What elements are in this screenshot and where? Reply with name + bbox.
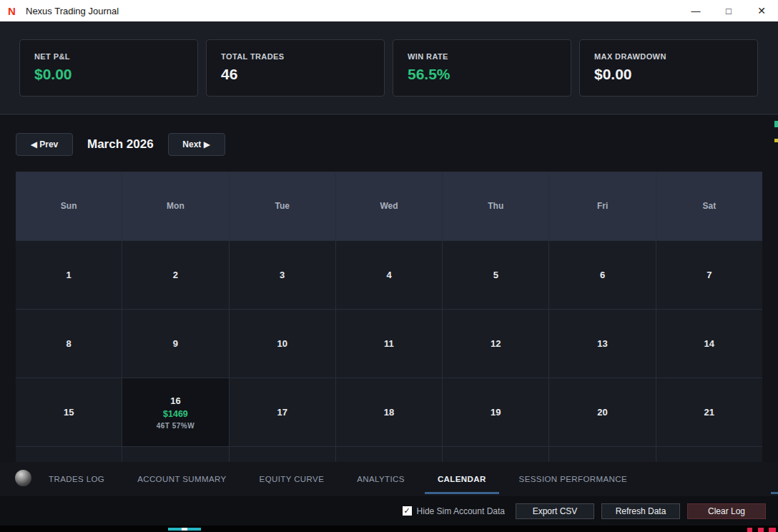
edge-artifact-yellow [774, 139, 778, 142]
next-month-button[interactable]: Next ▶ [168, 133, 225, 156]
stat-value: 46 [221, 66, 370, 83]
calendar-cell-clipped[interactable] [549, 447, 655, 462]
calendar-cell[interactable]: 14 [656, 310, 762, 378]
cell-date: 1 [67, 270, 72, 280]
calendar-cell-day16[interactable]: 16 $1469 46T 57%W [122, 378, 228, 446]
day-header-thu: Thu [443, 172, 548, 240]
stat-label: WIN RATE [408, 52, 556, 61]
minimize-button[interactable]: — [679, 0, 712, 21]
stats-section: NET P&L $0.00 TOTAL TRADES 46 WIN RATE 5… [0, 21, 778, 114]
calendar-cell-clipped[interactable] [336, 447, 442, 462]
edge-artifact-green [774, 121, 778, 127]
day-header-sat: Sat [656, 172, 762, 240]
tabs: TRADES LOG ACCOUNT SUMMARY EQUITY CURVE … [46, 462, 630, 496]
calendar-cell[interactable]: 20 [549, 378, 655, 446]
cell-date: 10 [277, 338, 287, 349]
calendar-nav: ◀ Prev March 2026 Next ▶ [16, 133, 225, 156]
cell-date: 12 [491, 338, 501, 349]
cell-date: 14 [704, 338, 714, 349]
day-header-tue: Tue [230, 172, 335, 240]
cell-date: 9 [173, 338, 178, 349]
calendar-cell[interactable]: 18 [336, 378, 442, 446]
cell-trade-stats: 46T 57%W [157, 422, 194, 430]
tab-equity-curve[interactable]: EQUITY CURVE [257, 462, 328, 496]
stat-card-max-drawdown: MAX DRAWDOWN $0.00 [579, 39, 758, 97]
stat-label: MAX DRAWDOWN [594, 52, 743, 61]
cell-date: 21 [704, 407, 714, 418]
calendar-cell[interactable]: 3 [230, 241, 335, 309]
app-window: N Nexus Trading Journal — □ ✕ NET P&L $0… [0, 0, 778, 532]
hide-sim-checkbox-group: Hide Sim Account Data [403, 506, 505, 516]
day-header-fri: Fri [549, 172, 655, 240]
taskbar-icon-fragment-red-2 [758, 528, 764, 532]
cell-date: 19 [491, 407, 501, 418]
cell-date: 2 [173, 270, 178, 280]
cell-date: 20 [597, 407, 607, 418]
app-logo-icon: N [8, 6, 20, 16]
cell-date: 5 [493, 270, 498, 280]
stat-label: NET P&L [34, 52, 183, 61]
day-header-wed: Wed [336, 172, 442, 240]
taskbar-icon-fragment-red-3 [769, 528, 776, 532]
cell-date: 11 [384, 338, 394, 349]
calendar-cell[interactable]: 17 [230, 378, 335, 446]
window-controls: — □ ✕ [679, 0, 778, 21]
hide-sim-checkbox-label: Hide Sim Account Data [417, 506, 505, 516]
calendar-panel: ◀ Prev March 2026 Next ▶ Sun Mon Tue Wed… [0, 115, 778, 462]
calendar-cell[interactable]: 8 [16, 310, 122, 378]
cell-date: 6 [600, 270, 605, 280]
cell-date: 8 [67, 338, 72, 349]
calendar-cell-clipped[interactable] [230, 447, 335, 462]
month-title: March 2026 [87, 137, 154, 152]
footer-bar: Hide Sim Account Data Export CSV Refresh… [0, 496, 778, 526]
cell-date: 17 [277, 407, 287, 418]
clear-log-button[interactable]: Clear Log [687, 503, 766, 519]
cell-date: 15 [64, 407, 74, 418]
prev-month-button[interactable]: ◀ Prev [16, 133, 73, 156]
tab-analytics[interactable]: ANALYTICS [354, 462, 408, 496]
calendar-cell[interactable]: 19 [443, 378, 548, 446]
cell-date: 7 [706, 270, 711, 280]
maximize-button[interactable]: □ [712, 0, 745, 21]
cell-date: 18 [384, 407, 394, 418]
cell-date: 16 [170, 395, 180, 406]
day-header-mon: Mon [122, 172, 228, 240]
calendar-cell[interactable]: 4 [336, 241, 442, 309]
refresh-data-button[interactable]: Refresh Data [601, 503, 680, 519]
status-orb-icon [15, 470, 31, 486]
calendar-cell[interactable]: 15 [16, 378, 122, 446]
calendar-cell-clipped[interactable] [122, 447, 228, 462]
tab-session-performance[interactable]: SESSION PERFORMANCE [516, 462, 630, 496]
tab-account-summary[interactable]: ACCOUNT SUMMARY [134, 462, 229, 496]
stat-value: 56.5% [408, 66, 556, 83]
calendar-cell[interactable]: 7 [656, 241, 762, 309]
calendar-cell[interactable]: 12 [443, 310, 548, 378]
stat-label: TOTAL TRADES [221, 52, 370, 61]
title-bar: N Nexus Trading Journal — □ ✕ [0, 0, 778, 21]
calendar-cell-clipped[interactable] [656, 447, 762, 462]
edge-artifact-blue [771, 492, 778, 494]
tab-trades-log[interactable]: TRADES LOG [46, 462, 107, 496]
close-button[interactable]: ✕ [745, 0, 778, 21]
calendar-cell-clipped[interactable] [443, 447, 548, 462]
bottom-tab-bar: TRADES LOG ACCOUNT SUMMARY EQUITY CURVE … [0, 462, 778, 496]
taskbar-sliver [0, 526, 778, 532]
calendar-cell-clipped[interactable] [16, 447, 122, 462]
calendar-grid: Sun Mon Tue Wed Thu Fri Sat 1 2 3 4 5 6 … [16, 172, 762, 462]
tab-calendar[interactable]: CALENDAR [435, 462, 489, 496]
calendar-cell[interactable]: 9 [122, 310, 228, 378]
day-header-sun: Sun [16, 172, 122, 240]
window-title: Nexus Trading Journal [26, 6, 119, 16]
calendar-cell[interactable]: 6 [549, 241, 655, 309]
calendar-cell[interactable]: 5 [443, 241, 548, 309]
calendar-cell[interactable]: 1 [16, 241, 122, 309]
taskbar-icon-fragment-red-1 [747, 528, 752, 532]
hide-sim-checkbox[interactable] [403, 506, 412, 516]
calendar-cell[interactable]: 13 [549, 310, 655, 378]
calendar-cell[interactable]: 2 [122, 241, 228, 309]
calendar-cell[interactable]: 11 [336, 310, 442, 378]
calendar-cell[interactable]: 10 [230, 310, 335, 378]
calendar-cell[interactable]: 21 [656, 378, 762, 446]
export-csv-button[interactable]: Export CSV [516, 503, 594, 519]
cell-date: 4 [386, 270, 391, 280]
